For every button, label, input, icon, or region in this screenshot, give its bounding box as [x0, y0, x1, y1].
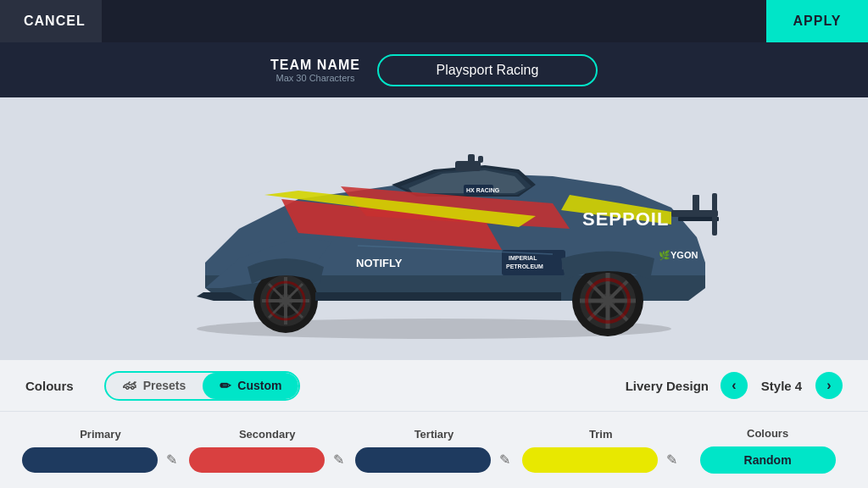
trim-swatch-row: ✎ [522, 447, 679, 473]
team-name-label-wrap: TEAM NAME Max 30 Characters [270, 58, 360, 83]
secondary-label: Secondary [239, 428, 295, 441]
cancel-button[interactable]: CANCEL [0, 0, 102, 42]
trim-label: Trim [589, 428, 612, 441]
svg-text:NOTIFLY: NOTIFLY [356, 257, 403, 269]
tertiary-swatch-group: Tertiary ✎ [351, 428, 518, 473]
primary-swatch-group: Primary ✎ [17, 428, 184, 473]
secondary-swatch-group: Secondary ✎ [184, 428, 351, 473]
tertiary-edit-button[interactable]: ✎ [498, 450, 512, 469]
svg-text:PETROLEUM: PETROLEUM [506, 263, 543, 269]
secondary-edit-button[interactable]: ✎ [331, 450, 346, 469]
tertiary-swatch-row: ✎ [355, 447, 512, 473]
presets-toggle-btn[interactable]: 🏎 Presets [106, 373, 203, 399]
svg-text:SEPPOIL: SEPPOIL [582, 208, 669, 230]
colours-label: Colours [25, 379, 74, 393]
svg-text:🌿YGON: 🌿YGON [659, 249, 698, 261]
colours-section-label: Colours [747, 427, 788, 440]
custom-toggle-btn[interactable]: ✏ Custom [203, 373, 298, 399]
svg-rect-15 [693, 195, 699, 212]
colours-random-group: Colours Random [684, 427, 851, 474]
livery-section: Livery Design ‹ Style 4 › [626, 372, 843, 399]
livery-style-label: Style 4 [756, 379, 807, 393]
primary-swatch[interactable] [22, 447, 158, 473]
team-name-label: TEAM NAME [270, 58, 360, 73]
svg-rect-1 [455, 161, 481, 171]
svg-rect-17 [712, 193, 717, 236]
livery-prev-button[interactable]: ‹ [721, 372, 748, 399]
custom-label: Custom [237, 379, 281, 392]
livery-design-label: Livery Design [626, 379, 709, 393]
presets-icon: 🏎 [123, 378, 136, 393]
svg-text:HX RACING: HX RACING [466, 187, 500, 193]
apply-button[interactable]: APPLY [766, 0, 868, 42]
primary-edit-button[interactable]: ✎ [164, 450, 179, 469]
livery-next-button[interactable]: › [815, 372, 843, 399]
primary-swatch-row: ✎ [22, 447, 179, 473]
secondary-swatch[interactable] [189, 447, 325, 473]
presets-label: Presets [143, 379, 186, 392]
team-name-bar: TEAM NAME Max 30 Characters [0, 42, 868, 97]
trim-swatch-group: Trim ✎ [517, 428, 684, 473]
tertiary-swatch[interactable] [355, 447, 491, 473]
tertiary-label: Tertiary [415, 428, 454, 441]
colour-pickers: Primary ✎ Secondary ✎ Tertiary ✎ Trim ✎ … [0, 411, 868, 488]
trim-swatch[interactable] [522, 447, 658, 473]
secondary-swatch-row: ✎ [189, 447, 346, 473]
team-name-sublabel: Max 30 Characters [270, 73, 360, 83]
livery-nav: ‹ Style 4 › [721, 372, 843, 399]
svg-rect-3 [478, 156, 483, 163]
svg-rect-2 [468, 154, 475, 163]
top-bar: CANCEL APPLY [0, 0, 868, 42]
primary-label: Primary [80, 428, 120, 441]
presets-custom-toggle: 🏎 Presets ✏ Custom [104, 371, 301, 401]
car-illustration: SEPPOIL NOTIFLY BALMINA IMPERIAL PETROLE… [129, 119, 739, 339]
car-display-area: SEPPOIL NOTIFLY BALMINA IMPERIAL PETROLE… [0, 97, 868, 360]
svg-text:IMPERIAL: IMPERIAL [509, 255, 537, 261]
random-button[interactable]: Random [700, 446, 836, 474]
team-name-input[interactable] [377, 54, 598, 86]
svg-point-35 [587, 280, 629, 322]
trim-edit-button[interactable]: ✎ [665, 450, 679, 469]
controls-bar: Colours 🏎 Presets ✏ Custom Livery Design… [0, 360, 868, 411]
custom-icon: ✏ [220, 378, 231, 394]
svg-point-26 [267, 282, 304, 319]
